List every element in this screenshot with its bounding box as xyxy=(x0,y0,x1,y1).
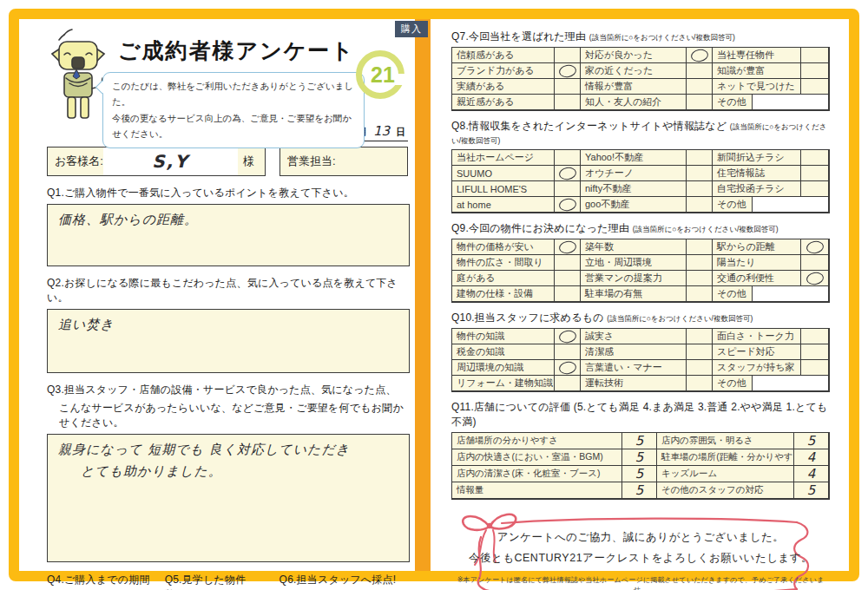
q4-section: Q4.ご購入までの期間 1 ヶ月 xyxy=(47,573,155,590)
customer-name-field: S,Y xyxy=(103,148,238,175)
choice-label: その他 xyxy=(713,376,753,390)
choice-label: リフォーム・建物知識 xyxy=(452,376,555,391)
q3-label-line1: Q3.担当スタッフ・店舗の設備・サービスで良かった点、気になった点、 xyxy=(47,383,410,397)
q9-choice-table: 物件の価格が安い築年数駅からの距離物件の広さ・間取り立地・周辺環境陽当たり庭があ… xyxy=(451,239,830,303)
orange-divider xyxy=(415,19,431,571)
choice-mark-cell xyxy=(687,286,713,302)
q3-answer-box: 親身になって 短期でも 良く対応していただき とても助かりました。 xyxy=(47,434,410,562)
choice-writein-blank xyxy=(753,376,828,390)
choice-label: 自宅投函チラシ xyxy=(713,181,801,197)
thanks-line1: アンケートへのご協力、誠にありがとうございました。 xyxy=(451,528,830,548)
choice-label: 物件の価格が安い xyxy=(452,239,555,255)
choice-mark-cell xyxy=(687,95,713,110)
greeting-speech-bubble: このたびは、弊社をご利用いただきありがとうございました。 今後の更なるサービス向… xyxy=(102,72,365,148)
handwritten-score: 5 xyxy=(635,482,644,498)
survey-scan-page: 購入 xyxy=(0,0,868,590)
choice-mark-cell xyxy=(687,344,713,360)
choice-label: 周辺環境の知識 xyxy=(452,360,555,376)
choice-mark-cell xyxy=(801,48,829,63)
handwritten-circle xyxy=(805,239,824,254)
thanks-note: ※本アンケートは匿名にて弊社情報誌や当社ホームページに掲載させていただきますので… xyxy=(451,575,830,590)
handwritten-circle xyxy=(689,48,708,62)
rating-score-cell: 5 xyxy=(622,433,657,449)
choice-mark-cell-circled xyxy=(555,63,581,79)
q10-title: Q10.担当スタッフに求めるもの xyxy=(451,311,604,324)
q11-title: Q11.店舗についての評価 xyxy=(451,401,570,413)
choice-writein-blank xyxy=(753,286,828,301)
q4-q6-row: Q4.ご購入までの期間 1 ヶ月 Q5.見学した物件数 4 件 Q6.担当スタッ… xyxy=(47,573,410,590)
choice-mark-cell xyxy=(687,150,713,166)
choice-label: 築年数 xyxy=(581,239,687,255)
greeting-line1: このたびは、弊社をご利用いただきありがとうございました。 xyxy=(112,78,355,110)
q3-handwritten-answer-line1: 親身になって 短期でも 良く対応していただき xyxy=(58,442,350,457)
choice-writein-blank xyxy=(753,197,828,212)
choice-mark-cell xyxy=(687,239,713,255)
handwritten-score: 5 xyxy=(635,433,644,449)
q9-section: Q9.今回の物件にお決めになった理由 (該当箇所に○をおつけください/複数回答可… xyxy=(451,221,830,303)
choice-label: スタッフが持ち家 xyxy=(713,360,801,376)
choice-mark-cell-circled xyxy=(555,239,581,255)
q8-choice-table: 当社ホームページYahoo!不動産新聞折込チラシSUUMOオウチーノ住宅情報誌L… xyxy=(451,149,830,213)
choice-mark-cell-circled xyxy=(801,239,829,255)
handwritten-circle xyxy=(557,166,576,180)
choice-label: 建物の仕様・設備 xyxy=(452,286,555,302)
q1-answer-box: 価格、駅からの距離。 xyxy=(47,204,410,266)
choice-mark-cell xyxy=(687,360,713,376)
choice-mark-cell-circled xyxy=(555,329,581,344)
choice-mark-cell xyxy=(801,166,829,181)
choice-label: nifty不動産 xyxy=(581,181,687,197)
rating-score-cell: 4 xyxy=(794,466,829,482)
rating-label: 店内の清潔さ(床・化粧室・ブース) xyxy=(452,466,622,482)
handwritten-score: 4 xyxy=(807,466,816,482)
choice-label: 物件の知識 xyxy=(452,329,555,344)
choice-mark-cell xyxy=(687,376,713,391)
handwritten-score: 4 xyxy=(807,449,816,465)
choice-label: 庭がある xyxy=(452,271,555,286)
rating-score-cell: 5 xyxy=(622,449,657,466)
q11-rating-table: 店舗場所の分かりやすさ5店内の雰囲気・明るさ5店内の快適さ(におい・室温・BGM… xyxy=(451,432,830,500)
choice-mark-cell-circled xyxy=(801,271,829,286)
choice-label: 営業マンの提案力 xyxy=(581,271,687,286)
agent-box: 営業担当: xyxy=(279,147,408,176)
choice-mark-cell xyxy=(555,271,581,286)
choice-other-cell: その他 xyxy=(713,95,829,110)
logo-ring-icon: 21 xyxy=(356,50,404,99)
q7-section: Q7.今回当社を選ばれた理由 (該当箇所に○をおつけください/複数回答可) 信頼… xyxy=(451,30,830,111)
q9-title: Q9.今回の物件にお決めになった理由 xyxy=(451,222,629,234)
q10-section: Q10.担当スタッフに求めるもの (該当箇所に○をおつけください/複数回答可) … xyxy=(451,311,830,392)
choice-label: その他 xyxy=(713,95,753,109)
choice-mark-cell xyxy=(555,286,581,302)
choice-label: 対応が良かった xyxy=(581,48,687,63)
q8-section: Q8.情報収集をされたインターネットサイトや情報誌など (該当箇所に○をおつけく… xyxy=(451,119,830,213)
handwritten-score: 5 xyxy=(635,449,644,465)
choice-label: 誠実さ xyxy=(581,329,687,344)
q6-label: Q6.担当スタッフへ採点! xyxy=(279,573,410,587)
handwritten-customer-name: S,Y xyxy=(152,151,188,172)
choice-mark-cell xyxy=(801,329,829,344)
q9-note: (該当箇所に○をおつけください/複数回答可) xyxy=(633,225,779,233)
handwritten-circle xyxy=(557,360,576,375)
choice-label: 情報が豊富 xyxy=(581,79,687,95)
choice-label: 信頼感がある xyxy=(452,48,555,63)
rating-label: その他のスタッフの対応 xyxy=(657,482,794,499)
choice-mark-cell xyxy=(555,150,581,166)
q11-section: Q11.店舗についての評価 (5.とても満足 4.まあ満足 3.普通 2.やや満… xyxy=(451,400,830,500)
rating-score-cell: 5 xyxy=(794,482,829,499)
q2-answer-box: 追い焚き xyxy=(47,309,410,373)
choice-label: ネットで見つけた xyxy=(713,79,801,95)
choice-mark-cell xyxy=(555,79,581,95)
choice-mark-cell xyxy=(687,197,713,213)
choice-label: 当社専任物件 xyxy=(713,48,801,63)
q10-choice-table: 物件の知識誠実さ面白さ・トーク力税金の知識清潔感スピード対応周辺環境の知識言葉遣… xyxy=(451,328,830,392)
choice-writein-blank xyxy=(753,95,828,109)
handwritten-circle xyxy=(557,329,576,344)
q10-note: (該当箇所に○をおつけください/複数回答可) xyxy=(607,314,753,323)
choice-mark-cell xyxy=(801,360,829,376)
left-panel: ご成約者様アンケート このたびは、弊社をご利用いただきありがとうございました。 … xyxy=(19,19,415,571)
choice-mark-cell xyxy=(687,181,713,197)
choice-label: 立地・周辺環境 xyxy=(581,255,687,271)
choice-label: 駅からの距離 xyxy=(713,239,801,255)
handwritten-circle xyxy=(805,271,824,285)
thanks-box: アンケートへのご協力、誠にありがとうございました。 今後ともCENTURY21ア… xyxy=(451,508,830,590)
choice-label: 税金の知識 xyxy=(452,344,555,360)
